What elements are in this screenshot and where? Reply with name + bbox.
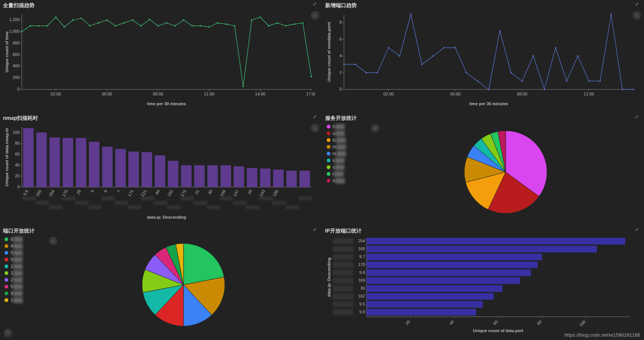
svg-rect-226 — [333, 254, 353, 260]
svg-point-62 — [276, 22, 278, 24]
svg-text:60: 60 — [15, 152, 20, 156]
svg-point-49 — [166, 22, 167, 24]
nav-prev-icon[interactable]: ‹ — [633, 11, 641, 20]
svg-rect-238 — [333, 286, 353, 292]
svg-rect-201 — [286, 206, 299, 209]
svg-point-48 — [157, 25, 159, 27]
svg-point-37 — [64, 26, 65, 28]
svg-point-107 — [455, 47, 456, 48]
svg-rect-176 — [181, 165, 192, 187]
svg-text:9.5: 9.5 — [359, 302, 365, 306]
nav-prev-icon[interactable]: ‹ — [49, 237, 57, 245]
panel-title: 服务开放统计 — [325, 114, 641, 123]
svg-text:time per 30 minutes: time per 30 minutes — [469, 101, 508, 106]
expand-icon[interactable]: ⤢ — [635, 114, 639, 119]
collapse-icon[interactable]: ^ — [4, 329, 12, 337]
svg-text:11:00: 11:00 — [204, 92, 214, 96]
svg-text:05:00: 05:00 — [450, 92, 461, 96]
svg-rect-233 — [367, 277, 520, 284]
svg-rect-146 — [50, 138, 60, 187]
line-chart: 02004006008001,0001,20002:0005:0008:0011… — [3, 11, 315, 108]
svg-text:600: 600 — [13, 52, 20, 57]
expand-icon[interactable]: ⤢ — [635, 227, 639, 232]
legend-item[interactable]: 1███ — [5, 297, 23, 304]
legend-item[interactable]: 5███ — [5, 283, 23, 290]
legend-item[interactable]: 1███ — [5, 263, 23, 270]
svg-text:data.ip: Descending: data.ip: Descending — [147, 215, 186, 219]
svg-point-114 — [532, 55, 534, 57]
svg-text:0: 0 — [17, 87, 20, 91]
svg-text:40: 40 — [15, 163, 20, 167]
legend-item[interactable]: r███ — [327, 171, 346, 177]
legend-item[interactable]: 9███ — [5, 290, 23, 297]
legend-item[interactable]: s███ — [327, 164, 346, 171]
svg-point-118 — [577, 55, 578, 57]
svg-point-50 — [174, 25, 176, 27]
panel-title: 端口开放统计 — [3, 227, 319, 236]
legend-item[interactable]: 8███ — [5, 236, 23, 243]
svg-point-58 — [242, 86, 244, 87]
svg-text:time per 30 minutes: time per 30 minutes — [147, 101, 186, 106]
svg-rect-235 — [333, 278, 353, 284]
svg-point-35 — [47, 25, 48, 27]
legend-item[interactable]: 5███ — [5, 256, 23, 263]
panel-title: IP开放端口统计 — [325, 227, 641, 236]
expand-icon[interactable]: ⤢ — [635, 2, 639, 7]
svg-point-106 — [443, 47, 445, 48]
svg-point-66 — [311, 76, 312, 77]
svg-rect-191 — [247, 168, 258, 187]
legend-item[interactable]: n███ — [327, 177, 346, 184]
svg-text:170: 170 — [61, 189, 69, 197]
svg-point-119 — [588, 80, 589, 82]
svg-rect-154 — [75, 201, 89, 205]
legend-item[interactable]: x███ — [327, 157, 346, 164]
svg-point-64 — [294, 23, 295, 25]
nav-prev-icon[interactable]: ‹ — [371, 124, 379, 132]
legend-item[interactable]: 5███ — [5, 249, 23, 256]
svg-point-34 — [38, 25, 39, 27]
svg-rect-236 — [367, 285, 503, 292]
svg-text:02:00: 02:00 — [51, 92, 61, 96]
svg-rect-164 — [129, 151, 139, 187]
svg-rect-169 — [141, 196, 155, 200]
expand-icon[interactable]: ⤢ — [313, 227, 317, 232]
svg-point-123 — [633, 89, 634, 90]
svg-point-55 — [217, 22, 218, 24]
svg-text:165: 165 — [358, 246, 365, 251]
svg-point-56 — [226, 23, 227, 25]
legend-item[interactable]: 1███ — [5, 270, 23, 277]
legend-item[interactable]: 2███ — [5, 277, 23, 283]
legend-item[interactable]: rs███ — [327, 150, 346, 157]
svg-text:08:00: 08:00 — [153, 92, 164, 96]
svg-point-63 — [285, 25, 286, 27]
legend-item[interactable]: u███ — [327, 130, 346, 137]
svg-point-47 — [149, 19, 150, 20]
svg-point-108 — [465, 72, 467, 74]
expand-icon[interactable]: ⤢ — [313, 2, 317, 7]
svg-rect-221 — [367, 246, 597, 252]
nav-prev-icon[interactable]: ‹ — [311, 11, 319, 20]
svg-point-120 — [599, 80, 601, 82]
svg-text:80: 80 — [15, 141, 20, 145]
svg-text:143: 143 — [259, 189, 266, 197]
nav-prev-icon[interactable]: ‹ — [311, 124, 319, 132]
legend-item[interactable]: h███ — [327, 123, 346, 130]
pie-chart — [325, 123, 637, 221]
svg-rect-220 — [333, 238, 353, 244]
svg-point-104 — [421, 63, 423, 65]
svg-text:254: 254 — [358, 239, 365, 243]
legend-item[interactable]: m███ — [327, 144, 346, 150]
svg-rect-185 — [221, 165, 231, 187]
legend-item[interactable]: tc███ — [327, 137, 346, 144]
panel-title: 新增端口趋势 — [325, 2, 641, 11]
svg-point-61 — [268, 25, 270, 27]
svg-rect-196 — [259, 196, 273, 200]
expand-icon[interactable]: ⤢ — [313, 114, 317, 119]
svg-rect-223 — [333, 246, 353, 252]
svg-point-103 — [410, 14, 411, 15]
svg-text:147: 147 — [232, 189, 240, 197]
svg-text:100: 100 — [13, 130, 20, 134]
svg-point-53 — [200, 25, 202, 27]
legend-item[interactable]: 4███ — [5, 243, 23, 249]
svg-text:11:00: 11:00 — [583, 92, 594, 96]
